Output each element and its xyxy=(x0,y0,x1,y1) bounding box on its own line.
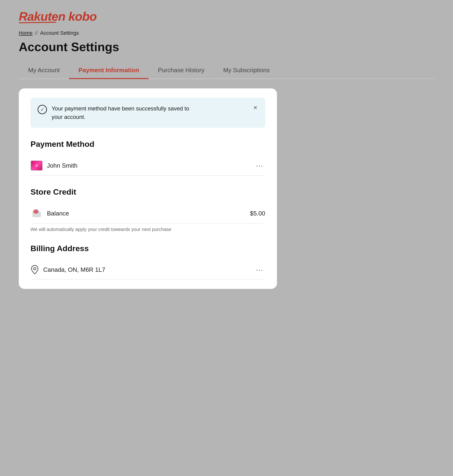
payment-method-title: Payment Method xyxy=(30,139,265,149)
payment-name: John Smith xyxy=(47,162,78,169)
store-credit-section: Store Credit Balance $5.00 We will autom… xyxy=(30,187,265,232)
payment-row: iD John Smith ··· xyxy=(30,156,265,176)
ideal-payment-icon: iD xyxy=(30,160,43,171)
page-title: Account Settings xyxy=(19,40,434,54)
balance-row-left: Balance xyxy=(30,208,69,219)
store-credit-icon xyxy=(30,208,43,219)
breadcrumb-separator: // xyxy=(35,30,38,36)
close-banner-button[interactable]: × xyxy=(253,104,258,111)
breadcrumb-home-link[interactable]: Home xyxy=(19,30,33,36)
address-row: Canada, ON, M6R 1L7 ··· xyxy=(30,260,265,280)
success-banner-left: ✓ Your payment method have been successf… xyxy=(38,104,197,121)
success-check-icon: ✓ xyxy=(38,105,47,114)
tab-my-subscriptions[interactable]: My Subscriptions xyxy=(214,62,279,79)
balance-amount: $5.00 xyxy=(250,210,265,217)
credit-note: We will automatically apply your credit … xyxy=(30,227,265,232)
payment-row-left: iD John Smith xyxy=(30,160,78,171)
billing-address-title: Billing Address xyxy=(30,244,265,253)
tab-payment-information[interactable]: Payment Information xyxy=(69,62,149,79)
balance-label: Balance xyxy=(47,210,69,217)
store-credit-title: Store Credit xyxy=(30,187,265,196)
address-row-left: Canada, ON, M6R 1L7 xyxy=(30,265,105,274)
tabs-container: My Account Payment Information Purchase … xyxy=(19,62,434,79)
checkmark: ✓ xyxy=(40,107,44,112)
location-icon xyxy=(30,265,39,274)
breadcrumb-current: Account Settings xyxy=(40,30,79,36)
svg-point-2 xyxy=(33,209,37,214)
logo-text[interactable]: Rakuten kobo xyxy=(19,9,434,23)
breadcrumb: Home // Account Settings xyxy=(19,30,434,36)
success-banner: ✓ Your payment method have been successf… xyxy=(30,98,265,128)
svg-point-3 xyxy=(34,268,36,270)
content-card: ✓ Your payment method have been successf… xyxy=(19,88,277,289)
billing-address-section: Billing Address Canada, ON, M6R 1L7 ··· xyxy=(30,244,265,280)
payment-more-button[interactable]: ··· xyxy=(254,161,265,171)
billing-address: Canada, ON, M6R 1L7 xyxy=(43,266,105,273)
payment-method-section: Payment Method iD John Smith ··· xyxy=(30,139,265,176)
address-more-button[interactable]: ··· xyxy=(254,265,265,275)
logo: Rakuten kobo xyxy=(19,9,434,23)
tab-my-account[interactable]: My Account xyxy=(19,62,69,79)
success-message: Your payment method have been successful… xyxy=(52,104,197,121)
balance-row: Balance $5.00 xyxy=(30,204,265,223)
tab-purchase-history[interactable]: Purchase History xyxy=(149,62,214,79)
ideal-logo: iD xyxy=(31,161,42,170)
